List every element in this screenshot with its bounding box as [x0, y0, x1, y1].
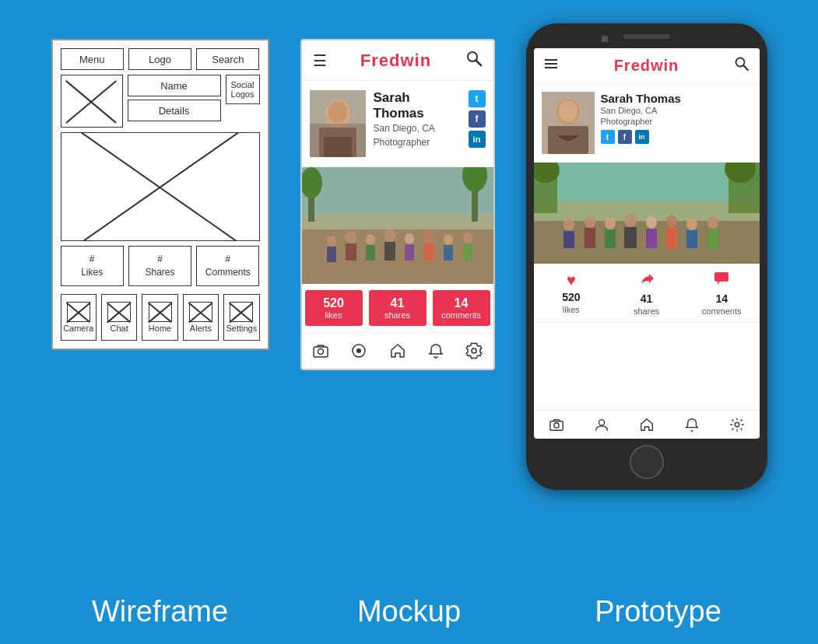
proto-stats-row: ♥ 520 likes 41 shares	[534, 264, 760, 323]
twitter-icon[interactable]: t	[469, 90, 486, 107]
proto-nav-home[interactable]	[624, 415, 669, 434]
svg-rect-64	[686, 230, 697, 248]
svg-rect-66	[707, 229, 718, 248]
mockup-nav-bell[interactable]	[416, 339, 455, 362]
proto-facebook-icon[interactable]: f	[618, 130, 632, 144]
proto-stat-shares[interactable]: 41 shares	[609, 270, 684, 316]
mockup-header: ☰ Fredwin	[302, 40, 493, 81]
mockup-stat-likes-btn[interactable]: 520 likes	[305, 290, 363, 326]
wf-stat-comments: # Comments	[196, 246, 259, 286]
wf-stats-row: # Likes # Shares # Comments	[61, 246, 260, 286]
svg-point-20	[384, 229, 395, 242]
mockup-stat-likes-num: 520	[323, 296, 344, 310]
svg-point-69	[553, 423, 558, 428]
svg-point-16	[346, 231, 356, 243]
svg-point-24	[423, 230, 434, 243]
mockup-stat-comments-btn[interactable]: 14 comments	[433, 290, 490, 326]
comment-icon	[713, 270, 730, 291]
proto-profile-info: Sarah Thomas San Diego, CA Photographer …	[601, 92, 752, 144]
svg-point-72	[735, 422, 739, 426]
svg-rect-54	[585, 228, 595, 248]
wireframe-panel: Menu Logo Search Name Details Social Log…	[51, 39, 269, 350]
wf-nav-chat: Chat	[101, 294, 137, 341]
proto-nav-camera[interactable]	[534, 415, 579, 434]
wf-stat-comments-symbol: #	[225, 253, 230, 266]
svg-rect-60	[646, 229, 657, 248]
mockup-stat-comments-num: 14	[455, 296, 469, 310]
proto-twitter-icon[interactable]: t	[601, 130, 615, 144]
wf-name-box: Name	[128, 75, 221, 96]
svg-point-5	[328, 101, 347, 123]
phone-home-button[interactable]	[630, 445, 664, 479]
mockup-stat-comments-label: comments	[441, 310, 481, 320]
proto-stat-comments[interactable]: 14 comments	[684, 270, 760, 316]
svg-point-57	[624, 213, 637, 227]
mockup-stat-shares-num: 41	[391, 296, 405, 310]
mockup-bottom-nav	[302, 332, 493, 369]
wf-nav-settings: Settings	[223, 294, 259, 341]
proto-stat-likes[interactable]: ♥ 520 likes	[534, 270, 609, 316]
facebook-icon[interactable]: f	[469, 110, 486, 128]
mockup-stat-likes-label: likes	[325, 310, 342, 320]
wf-nav-icons-row: Camera Chat Home Alerts Settings	[61, 294, 260, 341]
wf-nav-settings-label: Settings	[226, 324, 257, 333]
mockup-profile-info: Sarah Thomas San Diego, CA Photographer	[374, 90, 461, 148]
svg-rect-27	[444, 245, 453, 261]
svg-point-33	[356, 348, 361, 353]
mockup-profile-location: San Diego, CA	[374, 123, 461, 134]
heart-icon: ♥	[567, 271, 576, 289]
mockup-panel: ☰ Fredwin	[300, 39, 495, 370]
wf-menu-box: Menu	[61, 48, 124, 70]
mockup-nav-settings[interactable]	[455, 339, 493, 362]
svg-point-65	[707, 216, 718, 229]
svg-point-55	[605, 217, 616, 229]
mockup-social-icons: t f in	[469, 90, 486, 148]
svg-rect-62	[666, 227, 677, 248]
svg-rect-23	[405, 244, 414, 261]
wf-name-details: Name Details	[128, 75, 221, 121]
proto-stat-shares-label: shares	[634, 306, 659, 316]
proto-linkedin-icon[interactable]: in	[635, 130, 649, 144]
proto-profile-location: San Diego, CA	[601, 106, 752, 115]
wf-stat-likes-symbol: #	[90, 253, 95, 266]
proto-nav-bell[interactable]	[669, 415, 714, 434]
proto-search-icon[interactable]	[734, 56, 750, 75]
proto-group-photo	[534, 163, 760, 264]
wf-stat-likes-label: Likes	[81, 266, 103, 279]
linkedin-icon[interactable]: in	[469, 131, 486, 148]
wf-social-box: Social Logos	[226, 75, 260, 104]
wf-nav-alerts-icon	[189, 302, 212, 322]
svg-point-18	[366, 234, 375, 245]
mockup-stat-shares-btn[interactable]: 41 shares	[369, 290, 427, 326]
panels-row: Menu Logo Search Name Details Social Log…	[31, 23, 787, 579]
proto-social-icons: t f in	[601, 130, 752, 144]
proto-stat-likes-label: likes	[563, 305, 580, 314]
mockup-nav-chat[interactable]	[340, 339, 378, 362]
svg-point-34	[472, 348, 476, 353]
wf-stat-shares-symbol: #	[157, 253, 163, 266]
svg-rect-29	[463, 243, 472, 261]
proto-profile-name: Sarah Thomas	[601, 92, 752, 105]
wf-avatar	[61, 75, 123, 128]
svg-rect-25	[423, 243, 434, 261]
mockup-stats-row: 520 likes 41 shares 14 comments	[302, 284, 493, 332]
svg-point-63	[686, 218, 697, 230]
mockup-search-icon[interactable]	[465, 50, 483, 71]
mockup-nav-home[interactable]	[378, 339, 416, 362]
proto-hamburger-icon[interactable]	[543, 56, 559, 75]
wf-stat-comments-label: Comments	[205, 266, 251, 279]
proto-nav-profile[interactable]	[579, 415, 624, 434]
mockup-hamburger-icon[interactable]: ☰	[313, 51, 327, 70]
svg-point-51	[563, 219, 574, 231]
proto-app-title: Fredwin	[614, 57, 679, 75]
prototype-label: Prototype	[549, 595, 767, 628]
svg-point-14	[327, 236, 336, 247]
proto-nav-settings[interactable]	[714, 415, 760, 434]
mockup-nav-camera[interactable]	[302, 339, 340, 362]
svg-point-43	[559, 100, 578, 122]
proto-bottom-nav	[534, 410, 760, 439]
mockup-profile-job: Photographer	[374, 137, 461, 148]
proto-stat-likes-num: 520	[562, 291, 580, 303]
wf-nav-alerts: Alerts	[183, 294, 219, 341]
wireframe-label: Wireframe	[51, 595, 269, 628]
